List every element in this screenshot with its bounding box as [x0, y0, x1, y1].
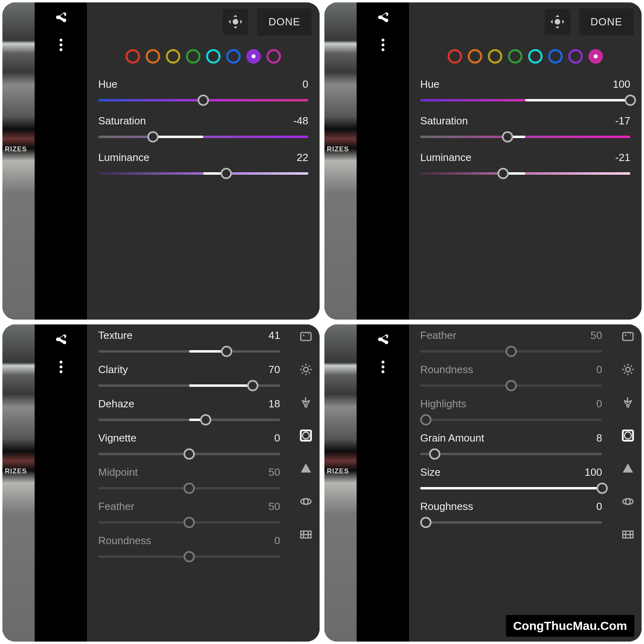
tool-geometry-icon[interactable] — [298, 526, 314, 543]
slider-value: 18 — [268, 398, 280, 410]
slider-texture[interactable]: Texture41 — [98, 329, 280, 356]
more-icon[interactable] — [60, 361, 62, 373]
slider-highlights[interactable]: Highlights0 — [420, 398, 602, 425]
done-button[interactable]: DONE — [579, 8, 634, 35]
swatch-orange[interactable] — [468, 49, 482, 64]
slider-roundness[interactable]: Roundness0 — [98, 535, 280, 561]
slider-thumb[interactable] — [497, 168, 509, 179]
slider-vignette[interactable]: Vignette0 — [98, 432, 280, 459]
slider-label: Roundness — [98, 535, 151, 547]
tool-optics-icon[interactable] — [620, 493, 636, 510]
slider-thumb[interactable] — [502, 131, 513, 142]
share-icon[interactable] — [376, 11, 390, 27]
slider-value: 0 — [275, 432, 280, 444]
tool-detail-icon[interactable] — [620, 460, 636, 477]
slider-label: Feather — [98, 500, 134, 513]
swatch-orange[interactable] — [146, 49, 160, 64]
tool-effects-icon[interactable] — [298, 427, 314, 444]
slider-feather[interactable]: Feather50 — [420, 329, 602, 356]
slider-thumb[interactable] — [221, 168, 232, 179]
move-handle[interactable] — [545, 9, 570, 35]
swatch-green[interactable] — [508, 49, 522, 64]
slider-thumb[interactable] — [506, 346, 517, 357]
swatch-aqua[interactable] — [528, 49, 543, 64]
slider-thumb[interactable] — [198, 95, 209, 106]
swatch-blue[interactable] — [226, 49, 241, 64]
tool-color-icon[interactable] — [298, 394, 314, 411]
tool-geometry-icon[interactable] — [620, 526, 636, 543]
left-toolbar — [357, 324, 409, 642]
tool-light-icon[interactable] — [298, 361, 314, 378]
share-icon[interactable] — [376, 333, 390, 349]
tool-color-icon[interactable] — [620, 394, 636, 411]
slider-thumb[interactable] — [184, 551, 195, 562]
done-button[interactable]: DONE — [257, 8, 312, 35]
swatch-magenta[interactable] — [588, 49, 603, 64]
slider-thumb[interactable] — [506, 380, 517, 391]
swatch-yellow[interactable] — [488, 49, 502, 64]
slider-thumb[interactable] — [420, 517, 431, 528]
slider-thumb[interactable] — [221, 346, 232, 357]
tool-detail-icon[interactable] — [298, 460, 314, 477]
swatch-purple[interactable] — [246, 49, 261, 64]
slider-thumb[interactable] — [147, 131, 159, 142]
slider-luminance[interactable]: Luminance-21 — [420, 151, 630, 178]
swatch-purple[interactable] — [568, 49, 583, 64]
tool-optics-icon[interactable] — [298, 493, 314, 510]
more-icon[interactable] — [382, 39, 384, 51]
slider-value: 0 — [597, 398, 602, 410]
pane-color-purple: DONE Hue0Saturation-48Luminance22 — [2, 2, 320, 320]
slider-thumb[interactable] — [184, 483, 195, 494]
slider-clarity[interactable]: Clarity70 — [98, 363, 280, 390]
swatch-blue[interactable] — [548, 49, 563, 64]
slider-roundness[interactable]: Roundness0 — [420, 363, 602, 390]
slider-value: 22 — [297, 151, 308, 164]
slider-thumb[interactable] — [184, 448, 195, 460]
more-icon[interactable] — [382, 361, 384, 373]
slider-roughness[interactable]: Roughness0 — [420, 500, 602, 527]
more-icon[interactable] — [60, 39, 62, 51]
tool-effects-icon[interactable] — [620, 427, 636, 444]
slider-midpoint[interactable]: Midpoint50 — [98, 466, 280, 493]
slider-hue[interactable]: Hue0 — [98, 78, 308, 105]
left-toolbar — [35, 324, 87, 642]
share-icon[interactable] — [54, 11, 68, 27]
slider-value: 70 — [268, 363, 280, 376]
slider-label: Luminance — [98, 151, 149, 164]
edit-panel: DONE Hue0Saturation-48Luminance22 — [87, 2, 320, 320]
slider-dehaze[interactable]: Dehaze18 — [98, 398, 280, 425]
slider-value: -21 — [615, 151, 630, 164]
slider-hue[interactable]: Hue100 — [420, 78, 630, 105]
svg-point-4 — [302, 432, 309, 439]
sliders-group: Hue100Saturation-17Luminance-21 — [409, 76, 642, 181]
slider-thumb[interactable] — [597, 483, 608, 494]
swatch-magenta[interactable] — [266, 49, 281, 64]
swatch-green[interactable] — [186, 49, 200, 64]
sliders-group: Feather50Roundness0Highlights0Grain Amou… — [409, 327, 613, 530]
slider-luminance[interactable]: Luminance22 — [98, 151, 308, 178]
sliders-group: Texture41Clarity70Dehaze18Vignette0Midpo… — [87, 327, 291, 564]
photo-preview — [2, 324, 35, 642]
tool-auto-icon[interactable] — [298, 328, 314, 345]
swatch-aqua[interactable] — [206, 49, 221, 64]
slider-size[interactable]: Size100 — [420, 466, 602, 493]
slider-thumb[interactable] — [247, 380, 258, 391]
move-handle[interactable] — [223, 9, 248, 35]
slider-thumb[interactable] — [200, 414, 211, 425]
swatch-yellow[interactable] — [166, 49, 180, 64]
slider-feather[interactable]: Feather50 — [98, 500, 280, 527]
slider-thumb[interactable] — [420, 414, 431, 425]
slider-saturation[interactable]: Saturation-48 — [98, 115, 308, 142]
tool-auto-icon[interactable] — [620, 328, 636, 345]
swatch-red[interactable] — [126, 49, 140, 64]
svg-rect-8 — [623, 332, 633, 341]
share-icon[interactable] — [54, 333, 68, 349]
slider-value: 100 — [613, 78, 630, 91]
tool-light-icon[interactable] — [620, 361, 636, 378]
slider-thumb[interactable] — [625, 95, 636, 106]
slider-thumb[interactable] — [184, 517, 195, 528]
slider-grain-amount[interactable]: Grain Amount8 — [420, 432, 602, 459]
slider-thumb[interactable] — [429, 448, 440, 460]
swatch-red[interactable] — [448, 49, 462, 64]
slider-saturation[interactable]: Saturation-17 — [420, 115, 630, 142]
